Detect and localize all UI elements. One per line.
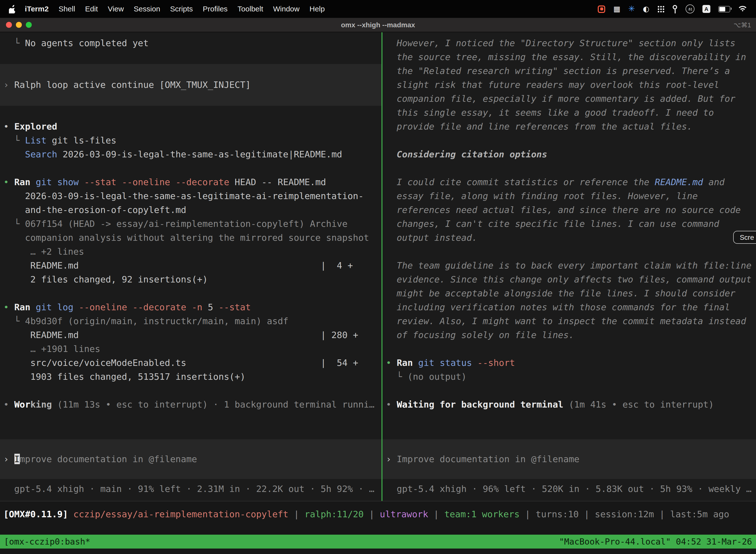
text-segment: └ — [386, 371, 407, 382]
menu-item-iterm2[interactable]: iTerm2 — [20, 0, 54, 18]
apps-grid-icon[interactable] — [657, 5, 664, 12]
text-segment: provide file and line references from th… — [386, 121, 692, 131]
text-segment: I could cite commit statistics or refere… — [386, 177, 655, 187]
minimize-button[interactable] — [16, 22, 22, 28]
text-segment: | — [428, 509, 444, 519]
text-segment: No agents completed yet — [25, 38, 149, 48]
terminal-line: The team guideline is to back every impo… — [382, 259, 756, 273]
menu-item-help[interactable]: Help — [305, 0, 330, 18]
text-segment: of focusing solely on file lines. — [386, 330, 574, 340]
text-segment: README.md | 4 + — [3, 260, 353, 271]
left-pane-spacer — [0, 426, 381, 439]
close-button[interactable] — [6, 22, 12, 28]
key-icon[interactable] — [672, 5, 678, 13]
text-segment: (no output) — [407, 371, 466, 382]
right-pane-scrollback: However, I noticed the "Directory Struct… — [382, 32, 756, 426]
text-segment: git show — [36, 177, 84, 187]
text-segment: • — [3, 121, 14, 131]
zoom-button[interactable] — [26, 22, 32, 28]
text-segment: | — [654, 509, 670, 519]
text-segment: └ — [3, 218, 25, 229]
text-segment: However, I noticed the "Directory Struct… — [386, 38, 736, 48]
menu-item-session[interactable]: Session — [129, 0, 165, 18]
terminal-line: provide file and line references from th… — [382, 120, 756, 133]
text-segment: • — [3, 177, 14, 187]
blank-line — [382, 133, 756, 148]
text-segment: README.md — [655, 177, 703, 187]
terminal-line: 2026-03-09-is-legal-the-same-as-legitima… — [0, 189, 381, 203]
gauge-icon[interactable]: .61 — [686, 4, 694, 13]
text-segment: src/voice/voiceModeEnabled.ts | 54 + — [3, 357, 359, 368]
left-prompt-input[interactable]: › Improve documentation in @filename — [0, 439, 381, 479]
text-segment: 1903 files changed, 513517 insertions(+) — [3, 371, 245, 382]
text-segment: gpt-5.4 xhigh · main · 91% left · 2.31M … — [3, 484, 375, 494]
text-segment: List — [25, 135, 47, 146]
terminal-line: └ No agents completed yet — [0, 36, 381, 50]
text-segment: • — [3, 302, 14, 312]
text-segment: git ls-files — [46, 135, 116, 146]
window-title-bar[interactable]: omx --xhigh --madmax ⌥⌘1 — [0, 18, 756, 32]
text-segment: › — [386, 454, 397, 464]
blank-line — [382, 384, 756, 398]
text-segment: evidence. Since this change only affects… — [386, 274, 752, 284]
text-segment: --stat — [218, 302, 251, 312]
menu-item-view[interactable]: View — [103, 0, 129, 18]
left-terminal-pane[interactable]: └ No agents completed yet › Ralph loop a… — [0, 32, 381, 501]
right-terminal-pane[interactable]: However, I noticed the "Directory Struct… — [382, 32, 756, 501]
text-segment: | — [289, 509, 305, 519]
text-segment: 4b9d30f (origin/main, instructkr/main, m… — [25, 316, 289, 326]
window-grid-icon[interactable]: ▦ — [613, 5, 620, 13]
input-source-icon[interactable]: A — [702, 5, 710, 13]
text-segment: output instead. — [386, 232, 477, 243]
text-segment: Ran — [14, 177, 36, 187]
tmux-status-bar: [omx-cczip0:bash* "MacBook-Pro-44.local"… — [0, 535, 756, 549]
text-segment: Improve documentation in @filename — [397, 454, 579, 464]
text-segment — [3, 149, 25, 159]
menu-item-shell[interactable]: Shell — [54, 0, 80, 18]
text-segment: › — [3, 79, 14, 90]
blank-line — [0, 384, 381, 398]
wifi-icon[interactable] — [738, 5, 747, 12]
menu-item-scripts[interactable]: Scripts — [165, 0, 198, 18]
menu-item-edit[interactable]: Edit — [80, 0, 103, 18]
terminal-line: 1903 files changed, 513517 insertions(+) — [0, 370, 381, 384]
battery-icon[interactable] — [718, 6, 730, 12]
text-segment: gpt-5.4 xhigh · 96% left · 520K in · 5.8… — [386, 484, 752, 494]
text-segment: git status — [418, 357, 477, 368]
right-prompt-input[interactable]: › Improve documentation in @filename — [382, 439, 756, 479]
text-segment: README.md | 280 + — [3, 330, 359, 340]
text-segment: and — [703, 177, 725, 187]
text-segment: (11m 13s • esc to interrupt) · 1 backgro… — [52, 399, 374, 409]
text-segment: this single essay, it seems like a good … — [386, 107, 714, 118]
text-segment: might be acceptable alongside the file l… — [386, 288, 736, 298]
text-segment: | — [364, 509, 380, 519]
half-circle-icon[interactable]: ◐ — [643, 5, 649, 13]
terminal-line: … +2 lines — [0, 245, 381, 259]
terminal-line: and-the-erosion-of-copyleft.md — [0, 203, 381, 217]
terminal-line: • Explored — [0, 120, 381, 133]
terminal-line: including verification notes with those … — [382, 300, 756, 314]
screen-share-tooltip[interactable]: Scre — [733, 231, 756, 244]
terminal-line: └ List git ls-files — [0, 133, 381, 148]
tmux-host-time-label: "MacBook-Pro-44.local" 04:52 31-Mar-26 — [559, 537, 752, 547]
terminal-line: • Ran git status --short — [382, 356, 756, 370]
text-segment: --stat --oneline --decorate — [84, 177, 229, 187]
menu-item-profiles[interactable]: Profiles — [198, 0, 233, 18]
text-segment: Wor — [14, 399, 30, 409]
text-segment: HEAD -- README.md — [229, 177, 326, 187]
screen-recording-icon[interactable] — [598, 5, 606, 13]
terminal-line: companion analysis without altering the … — [0, 231, 381, 245]
text-segment: the "Related research writing" section i… — [386, 65, 730, 76]
text-segment: slight risk that future readers may over… — [386, 79, 719, 90]
text-segment: › — [3, 454, 14, 464]
apple-menu-icon[interactable] — [9, 5, 16, 13]
text-segment: ultrawork — [380, 509, 428, 519]
terminal-line: … +1901 lines — [0, 342, 381, 356]
blue-asterisk-icon[interactable]: ✳ — [628, 5, 635, 13]
terminal-line: README.md | 4 + — [0, 259, 381, 273]
terminal-line: might be acceptable alongside the file l… — [382, 286, 756, 300]
menu-item-window[interactable]: Window — [268, 0, 305, 18]
terminal-line: essay file, along with finding root file… — [382, 189, 756, 203]
blank-line — [0, 161, 381, 175]
menu-item-toolbelt[interactable]: Toolbelt — [233, 0, 268, 18]
